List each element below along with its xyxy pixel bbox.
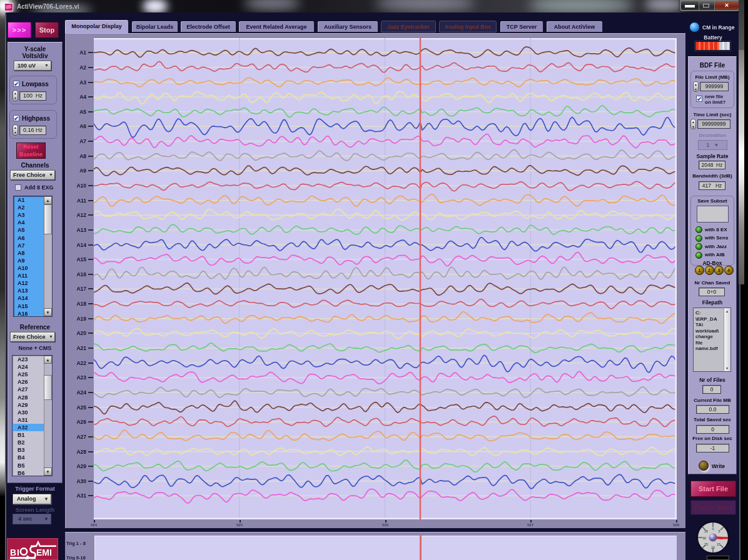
svg-text:5: 5	[718, 529, 720, 533]
svg-text:BI: BI	[10, 548, 20, 558]
svg-text:20: 20	[711, 546, 715, 549]
svg-text:30: 30	[702, 536, 706, 540]
svg-text:0: 0	[712, 527, 714, 531]
svg-text:15: 15	[717, 542, 720, 546]
svg-text:35: 35	[704, 529, 708, 533]
svg-text:EMI: EMI	[36, 548, 52, 558]
svg-text:25: 25	[704, 542, 708, 546]
